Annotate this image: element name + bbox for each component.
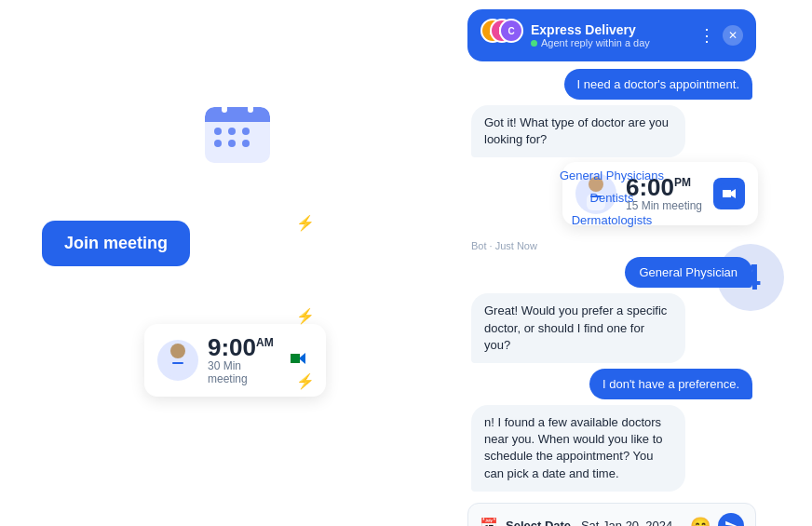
quick-reply-physicians[interactable]: General Physicians bbox=[560, 167, 664, 184]
status-text: Agent reply within a day bbox=[541, 37, 650, 48]
status-dot bbox=[531, 40, 537, 47]
avatar-3: C bbox=[499, 19, 523, 43]
svg-point-6 bbox=[170, 344, 185, 358]
quick-reply-dentists[interactable]: Dentists bbox=[590, 189, 634, 207]
chat-body: I need a doctor's appointment. Got it! W… bbox=[467, 69, 756, 492]
chat-footer: 📅 Select Date Sat Jan 20, 2024 😊 bbox=[467, 503, 756, 526]
lightning-icon-3: ⚡ bbox=[296, 372, 315, 390]
send-button[interactable] bbox=[718, 513, 744, 526]
chat-widget: A B C Express Delivery Agent reply withi… bbox=[467, 9, 756, 526]
calendar-icon: 📅 bbox=[480, 517, 498, 526]
quick-replies: General Physicians Dentists Dermatologis… bbox=[471, 167, 752, 229]
emoji-button[interactable]: 😊 bbox=[690, 516, 710, 526]
header-avatars: A B C bbox=[480, 19, 521, 52]
select-date-label[interactable]: Select Date bbox=[506, 519, 571, 526]
bot-message-3: n! I found a few available doctors near … bbox=[471, 405, 685, 492]
svg-rect-12 bbox=[291, 354, 300, 363]
join-meeting-button[interactable]: Join meeting bbox=[42, 221, 190, 266]
more-options-icon[interactable]: ⋮ bbox=[698, 27, 715, 44]
meeting-time-bottom: 9:00AM bbox=[208, 335, 274, 359]
footer-date-label: Select Date Sat Jan 20, 2024 bbox=[506, 519, 683, 526]
selected-reply: General Physician bbox=[625, 257, 753, 288]
doctor-avatar-bottom bbox=[157, 340, 198, 381]
bot-label: Bot · Just Now bbox=[471, 240, 752, 251]
bot-message-1: Got it! What type of doctor are you look… bbox=[471, 105, 685, 157]
meeting-time-info-bottom: 9:00AM 30 Min meeting bbox=[208, 335, 274, 385]
chat-header: A B C Express Delivery Agent reply withi… bbox=[467, 9, 756, 61]
calendar-card bbox=[205, 107, 275, 168]
lightning-icon-2: ⚡ bbox=[296, 307, 315, 325]
quick-reply-dermatologists[interactable]: Dermatologists bbox=[572, 211, 653, 229]
user-message-1: I need a doctor's appointment. bbox=[564, 69, 752, 100]
meeting-duration-bottom: 30 Min meeting bbox=[208, 359, 274, 385]
header-status: Agent reply within a day bbox=[531, 37, 689, 48]
lightning-icon-1: ⚡ bbox=[296, 214, 315, 232]
header-actions: ⋮ ✕ bbox=[698, 25, 743, 46]
header-info: Express Delivery Agent reply within a da… bbox=[531, 22, 689, 48]
calendar-dots bbox=[205, 122, 270, 153]
calendar-header bbox=[205, 107, 270, 122]
close-button[interactable]: ✕ bbox=[723, 25, 743, 46]
date-value: Sat Jan 20, 2024 bbox=[581, 519, 672, 526]
bot-message-2: Great! Would you prefer a specific docto… bbox=[471, 293, 685, 363]
calendar-visual bbox=[205, 107, 270, 163]
header-title: Express Delivery bbox=[531, 22, 689, 37]
user-message-2: I don't have a preference. bbox=[589, 369, 752, 399]
svg-rect-8 bbox=[172, 362, 183, 364]
